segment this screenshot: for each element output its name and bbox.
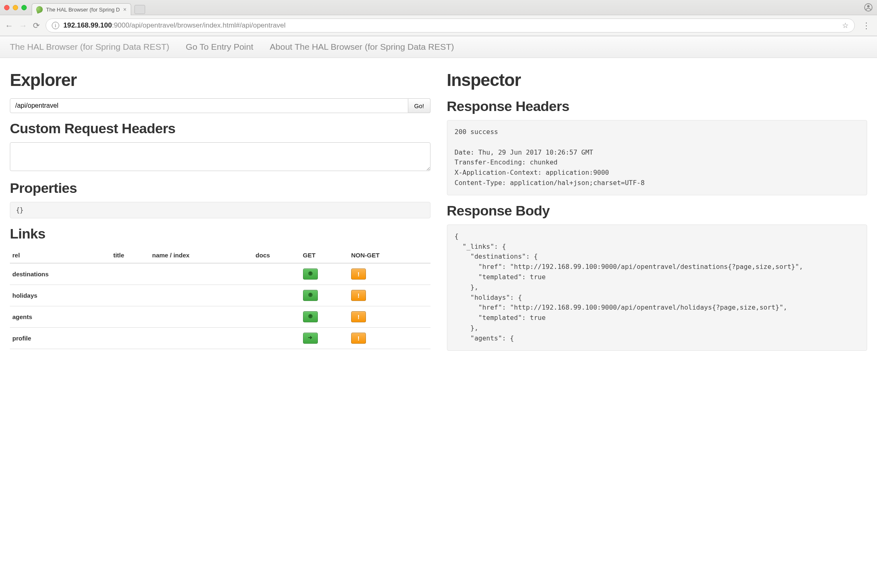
svg-text:?: ?: [309, 272, 311, 275]
svg-text:?: ?: [309, 293, 311, 297]
response-headers-title: Response Headers: [447, 98, 868, 114]
browser-tab[interactable]: The HAL Browser (for Spring D ×: [32, 3, 131, 15]
link-title: [111, 263, 150, 285]
reload-button[interactable]: ⟳: [33, 21, 40, 30]
svg-text:?: ?: [309, 315, 311, 318]
link-docs: [253, 285, 301, 306]
link-rel[interactable]: agents: [10, 306, 111, 328]
uri-input[interactable]: [10, 98, 408, 113]
response-headers-well: 200 success Date: Thu, 29 Jun 2017 10:26…: [447, 120, 868, 195]
window-controls: [4, 5, 27, 10]
get-button[interactable]: ?: [303, 311, 318, 322]
new-tab-button[interactable]: [134, 5, 145, 14]
forward-button[interactable]: →: [19, 21, 27, 30]
minimize-window-button[interactable]: [13, 5, 18, 10]
link-name: [150, 285, 253, 306]
non-get-button[interactable]: !: [351, 269, 366, 280]
table-row: agents?!: [10, 306, 430, 328]
link-name: [150, 306, 253, 328]
col-rel: rel: [10, 248, 111, 263]
custom-headers-title: Custom Request Headers: [10, 120, 430, 137]
link-docs: [253, 263, 301, 285]
account-icon[interactable]: [864, 3, 873, 12]
table-row: destinations?!: [10, 263, 430, 285]
exclamation-icon: !: [357, 271, 359, 278]
site-info-icon[interactable]: i: [52, 22, 59, 29]
link-docs: [253, 328, 301, 349]
nav-entry-point[interactable]: Go To Entry Point: [186, 42, 253, 52]
question-icon: ?: [308, 313, 313, 320]
non-get-button[interactable]: !: [351, 290, 366, 301]
link-title: [111, 285, 150, 306]
close-tab-icon[interactable]: ×: [123, 6, 126, 13]
question-icon: ?: [308, 292, 313, 299]
properties-well: {}: [10, 202, 430, 218]
browser-chrome: The HAL Browser (for Spring D × ← → ⟳ i …: [0, 0, 877, 36]
response-body-title: Response Body: [447, 203, 868, 219]
non-get-button[interactable]: !: [351, 333, 366, 344]
svg-point-1: [867, 5, 870, 7]
get-button[interactable]: ?: [303, 269, 318, 280]
links-title: Links: [10, 226, 430, 242]
table-row: holidays?!: [10, 285, 430, 306]
get-button[interactable]: [303, 333, 318, 344]
close-window-button[interactable]: [4, 5, 9, 10]
app-navbar: The HAL Browser (for Spring Data REST) G…: [0, 36, 877, 58]
inspector-panel: Inspector Response Headers 200 success D…: [447, 70, 868, 351]
arrow-right-icon: [308, 335, 313, 342]
go-button[interactable]: Go!: [408, 98, 430, 113]
response-body-well: { "_links": { "destinations": { "href": …: [447, 225, 868, 351]
back-button[interactable]: ←: [5, 21, 13, 30]
link-title: [111, 306, 150, 328]
exclamation-icon: !: [357, 335, 359, 342]
url-text: 192.168.99.100:9000/api/opentravel/brows…: [63, 21, 286, 30]
non-get-button[interactable]: !: [351, 311, 366, 322]
link-name: [150, 263, 253, 285]
col-docs: docs: [253, 248, 301, 263]
tab-title: The HAL Browser (for Spring D: [46, 7, 120, 13]
col-get: GET: [301, 248, 349, 263]
table-row: profile!: [10, 328, 430, 349]
custom-headers-textarea[interactable]: [10, 142, 430, 171]
maximize-window-button[interactable]: [21, 5, 27, 10]
link-name: [150, 328, 253, 349]
exclamation-icon: !: [357, 313, 359, 320]
link-rel[interactable]: destinations: [10, 263, 111, 285]
link-rel[interactable]: holidays: [10, 285, 111, 306]
properties-title: Properties: [10, 180, 430, 196]
nav-about[interactable]: About The HAL Browser (for Spring Data R…: [270, 42, 454, 52]
links-table: rel title name / index docs GET NON-GET …: [10, 248, 430, 349]
link-docs: [253, 306, 301, 328]
col-nonget: NON-GET: [349, 248, 430, 263]
bookmark-star-icon[interactable]: ☆: [842, 21, 849, 30]
app-brand: The HAL Browser (for Spring Data REST): [10, 42, 169, 52]
spring-favicon-icon: [35, 5, 44, 14]
address-bar[interactable]: i 192.168.99.100:9000/api/opentravel/bro…: [46, 19, 855, 32]
explorer-title: Explorer: [10, 70, 430, 90]
col-title: title: [111, 248, 150, 263]
exclamation-icon: !: [357, 292, 359, 299]
link-title: [111, 328, 150, 349]
browser-menu-icon[interactable]: ⋮: [861, 21, 872, 30]
inspector-title: Inspector: [447, 70, 868, 90]
question-icon: ?: [308, 271, 313, 278]
explorer-panel: Explorer Go! Custom Request Headers Prop…: [10, 70, 430, 351]
link-rel[interactable]: profile: [10, 328, 111, 349]
get-button[interactable]: ?: [303, 290, 318, 301]
col-name: name / index: [150, 248, 253, 263]
